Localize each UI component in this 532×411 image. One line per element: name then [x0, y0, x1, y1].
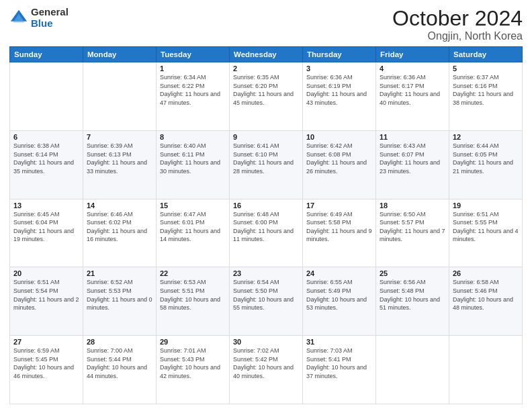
day-info: Sunrise: 6:35 AM Sunset: 6:20 PM Dayligh… [233, 73, 299, 107]
col-saturday: Saturday [449, 47, 523, 62]
col-friday: Friday [376, 47, 449, 62]
day-info: Sunrise: 6:50 AM Sunset: 5:57 PM Dayligh… [380, 210, 445, 244]
table-row: 19Sunrise: 6:51 AM Sunset: 5:55 PM Dayli… [449, 199, 523, 267]
logo-icon [9, 9, 28, 28]
day-info: Sunrise: 7:01 AM Sunset: 5:43 PM Dayligh… [160, 347, 226, 380]
title-block: October 2024 Ongjin, North Korea [392, 7, 523, 42]
day-number: 31 [306, 338, 372, 346]
logo: General Blue [9, 7, 69, 29]
day-info: Sunrise: 6:52 AM Sunset: 5:53 PM Dayligh… [87, 278, 152, 312]
day-number: 8 [160, 133, 226, 141]
table-row: 5Sunrise: 6:37 AM Sunset: 6:16 PM Daylig… [449, 62, 523, 131]
day-number: 19 [453, 201, 519, 210]
day-info: Sunrise: 6:42 AM Sunset: 6:08 PM Dayligh… [306, 142, 372, 175]
day-number: 17 [306, 201, 372, 210]
table-row: 26Sunrise: 6:58 AM Sunset: 5:46 PM Dayli… [449, 267, 523, 336]
day-info: Sunrise: 6:39 AM Sunset: 6:13 PM Dayligh… [87, 142, 152, 175]
col-monday: Monday [83, 47, 157, 62]
day-info: Sunrise: 6:36 AM Sunset: 6:19 PM Dayligh… [306, 73, 372, 107]
day-number: 9 [233, 133, 299, 141]
logo-general-text: General [31, 7, 69, 18]
day-info: Sunrise: 6:59 AM Sunset: 5:45 PM Dayligh… [13, 347, 79, 380]
calendar-row: 1Sunrise: 6:34 AM Sunset: 6:22 PM Daylig… [10, 62, 523, 131]
day-info: Sunrise: 6:37 AM Sunset: 6:16 PM Dayligh… [453, 73, 519, 107]
day-info: Sunrise: 6:51 AM Sunset: 5:55 PM Dayligh… [453, 210, 519, 244]
col-sunday: Sunday [10, 47, 83, 62]
day-number: 18 [380, 201, 445, 210]
day-info: Sunrise: 6:44 AM Sunset: 6:05 PM Dayligh… [453, 142, 519, 175]
day-number: 23 [233, 269, 299, 277]
day-number: 5 [453, 64, 519, 73]
day-number: 21 [87, 269, 152, 277]
table-row: 27Sunrise: 6:59 AM Sunset: 5:45 PM Dayli… [10, 336, 83, 404]
day-number: 25 [380, 269, 445, 277]
day-info: Sunrise: 6:36 AM Sunset: 6:17 PM Dayligh… [380, 73, 445, 107]
table-row: 24Sunrise: 6:55 AM Sunset: 5:49 PM Dayli… [303, 267, 376, 336]
day-number: 29 [160, 338, 226, 346]
day-number: 11 [380, 133, 445, 141]
day-number: 30 [233, 338, 299, 346]
logo-blue-text: Blue [31, 18, 69, 30]
calendar-row: 27Sunrise: 6:59 AM Sunset: 5:45 PM Dayli… [10, 336, 523, 404]
table-row: 1Sunrise: 6:34 AM Sunset: 6:22 PM Daylig… [157, 62, 230, 131]
table-row: 30Sunrise: 7:02 AM Sunset: 5:42 PM Dayli… [230, 336, 303, 404]
table-row: 25Sunrise: 6:56 AM Sunset: 5:48 PM Dayli… [376, 267, 449, 336]
day-number: 16 [233, 201, 299, 210]
col-thursday: Thursday [303, 47, 376, 62]
table-row: 2Sunrise: 6:35 AM Sunset: 6:20 PM Daylig… [230, 62, 303, 131]
day-info: Sunrise: 6:47 AM Sunset: 6:01 PM Dayligh… [160, 210, 226, 244]
table-row: 23Sunrise: 6:54 AM Sunset: 5:50 PM Dayli… [230, 267, 303, 336]
calendar-header-row: Sunday Monday Tuesday Wednesday Thursday… [10, 47, 523, 62]
day-number: 12 [453, 133, 519, 141]
day-info: Sunrise: 6:48 AM Sunset: 6:00 PM Dayligh… [233, 210, 299, 244]
day-info: Sunrise: 6:38 AM Sunset: 6:14 PM Dayligh… [13, 142, 79, 175]
table-row: 6Sunrise: 6:38 AM Sunset: 6:14 PM Daylig… [10, 130, 83, 199]
table-row [376, 336, 449, 404]
day-number: 27 [13, 338, 79, 346]
table-row: 31Sunrise: 7:03 AM Sunset: 5:41 PM Dayli… [303, 336, 376, 404]
table-row: 18Sunrise: 6:50 AM Sunset: 5:57 PM Dayli… [376, 199, 449, 267]
table-row: 14Sunrise: 6:46 AM Sunset: 6:02 PM Dayli… [83, 199, 157, 267]
day-number: 26 [453, 269, 519, 277]
table-row: 12Sunrise: 6:44 AM Sunset: 6:05 PM Dayli… [449, 130, 523, 199]
day-number: 14 [87, 201, 152, 210]
day-info: Sunrise: 6:53 AM Sunset: 5:51 PM Dayligh… [160, 278, 226, 312]
day-number: 7 [87, 133, 152, 141]
table-row: 22Sunrise: 6:53 AM Sunset: 5:51 PM Dayli… [157, 267, 230, 336]
day-info: Sunrise: 6:54 AM Sunset: 5:50 PM Dayligh… [233, 278, 299, 312]
table-row: 28Sunrise: 7:00 AM Sunset: 5:44 PM Dayli… [83, 336, 157, 404]
location-title: Ongjin, North Korea [392, 30, 523, 42]
table-row: 20Sunrise: 6:51 AM Sunset: 5:54 PM Dayli… [10, 267, 83, 336]
day-info: Sunrise: 6:41 AM Sunset: 6:10 PM Dayligh… [233, 142, 299, 175]
calendar-row: 13Sunrise: 6:45 AM Sunset: 6:04 PM Dayli… [10, 199, 523, 267]
day-number: 3 [306, 64, 372, 73]
col-wednesday: Wednesday [230, 47, 303, 62]
day-number: 20 [13, 269, 79, 277]
day-info: Sunrise: 6:43 AM Sunset: 6:07 PM Dayligh… [380, 142, 445, 175]
day-info: Sunrise: 7:00 AM Sunset: 5:44 PM Dayligh… [87, 347, 152, 380]
table-row: 3Sunrise: 6:36 AM Sunset: 6:19 PM Daylig… [303, 62, 376, 131]
day-number: 10 [306, 133, 372, 141]
page: General Blue October 2024 Ongjin, North … [0, 0, 532, 411]
table-row [449, 336, 523, 404]
day-info: Sunrise: 6:40 AM Sunset: 6:11 PM Dayligh… [160, 142, 226, 175]
day-info: Sunrise: 7:02 AM Sunset: 5:42 PM Dayligh… [233, 347, 299, 380]
day-info: Sunrise: 6:34 AM Sunset: 6:22 PM Dayligh… [160, 73, 226, 107]
day-number: 4 [380, 64, 445, 73]
day-number: 15 [160, 201, 226, 210]
header: General Blue October 2024 Ongjin, North … [9, 7, 523, 42]
day-number: 1 [160, 64, 226, 73]
day-info: Sunrise: 6:58 AM Sunset: 5:46 PM Dayligh… [453, 278, 519, 312]
table-row: 9Sunrise: 6:41 AM Sunset: 6:10 PM Daylig… [230, 130, 303, 199]
month-title: October 2024 [392, 7, 523, 30]
day-info: Sunrise: 6:56 AM Sunset: 5:48 PM Dayligh… [380, 278, 445, 312]
table-row: 13Sunrise: 6:45 AM Sunset: 6:04 PM Dayli… [10, 199, 83, 267]
day-number: 22 [160, 269, 226, 277]
day-info: Sunrise: 6:55 AM Sunset: 5:49 PM Dayligh… [306, 278, 372, 312]
col-tuesday: Tuesday [157, 47, 230, 62]
day-number: 2 [233, 64, 299, 73]
table-row: 29Sunrise: 7:01 AM Sunset: 5:43 PM Dayli… [157, 336, 230, 404]
day-number: 6 [13, 133, 79, 141]
day-info: Sunrise: 6:49 AM Sunset: 5:58 PM Dayligh… [306, 210, 372, 244]
table-row: 21Sunrise: 6:52 AM Sunset: 5:53 PM Dayli… [83, 267, 157, 336]
